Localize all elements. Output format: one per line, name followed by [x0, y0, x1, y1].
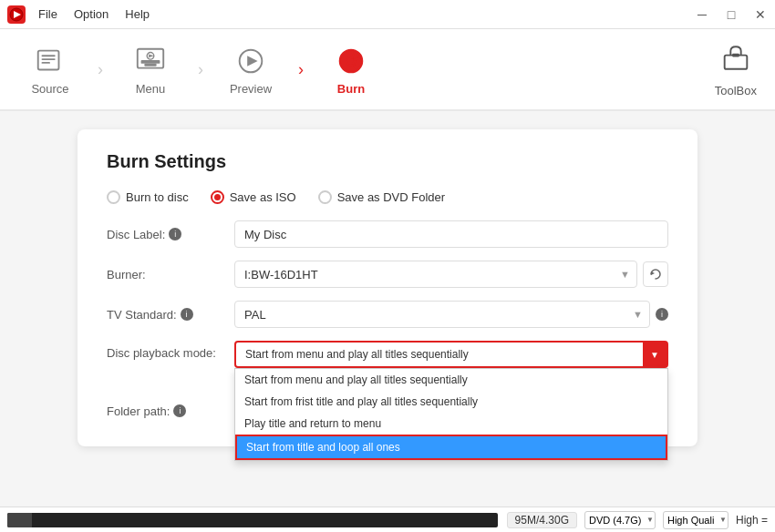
tv-standard-info-icon-right[interactable]: i	[656, 308, 668, 321]
maximize-button[interactable]: □	[717, 0, 746, 29]
menu-icon	[133, 44, 168, 78]
menu-label: Menu	[136, 82, 166, 96]
close-button[interactable]: ✕	[746, 0, 775, 29]
disc-label-info-icon[interactable]: i	[169, 228, 181, 240]
burner-select[interactable]: I:BW-16D1HT	[234, 261, 637, 288]
burn-icon	[334, 44, 368, 78]
status-right: 95M/4.30G DVD (4.7G) DVD (8.5G) ▼ High Q…	[507, 511, 768, 529]
tv-standard-label: TV Standard: i	[107, 308, 234, 322]
radio-label-burn-disc: Burn to disc	[126, 190, 189, 204]
radio-dot-save-iso	[214, 194, 221, 200]
radio-row: Burn to disc Save as ISO Save as DVD Fol…	[107, 190, 668, 204]
radio-label-save-dvd: Save as DVD Folder	[337, 190, 446, 204]
source-label: Source	[31, 82, 68, 96]
nav-menu[interactable]: Menu	[109, 33, 191, 106]
settings-card: Burn Settings Burn to disc Save as ISO S…	[78, 129, 698, 446]
file-menu[interactable]: File	[31, 5, 65, 23]
disc-playback-row: Disc playback mode: Start from menu and …	[107, 341, 668, 368]
nav-toolbox[interactable]: ToolBox	[715, 42, 757, 97]
svg-rect-3	[42, 55, 56, 56]
quality-select[interactable]: High Quali Medium Low	[663, 511, 728, 529]
disc-label-label: Disc Label: i	[107, 228, 234, 241]
svg-marker-12	[247, 56, 257, 66]
nav-source[interactable]: Source	[9, 33, 91, 106]
main-content: Burn Settings Burn to disc Save as ISO S…	[0, 111, 775, 506]
minimize-button[interactable]: ─	[687, 0, 717, 29]
help-menu[interactable]: Help	[118, 5, 157, 23]
quality-select-wrap: High Quali Medium Low ▼	[663, 511, 728, 529]
preview-label: Preview	[230, 82, 272, 96]
status-bar: 95M/4.30G DVD (4.7G) DVD (8.5G) ▼ High Q…	[0, 506, 775, 532]
disc-type-select-wrap: DVD (4.7G) DVD (8.5G) ▼	[584, 511, 656, 529]
nav-bar: Source › Menu ›	[0, 29, 775, 111]
svg-rect-5	[42, 61, 50, 63]
svg-rect-8	[144, 63, 156, 66]
disc-playback-trigger[interactable]: Start from menu and play all titles sequ…	[234, 341, 668, 368]
radio-save-iso[interactable]: Save as ISO	[211, 190, 296, 204]
radio-circle-save-dvd	[318, 190, 332, 204]
file-size-badge: 95M/4.30G	[507, 512, 577, 528]
nav-items: Source › Menu ›	[9, 29, 392, 109]
disc-playback-list: Start from menu and play all titles sequ…	[234, 368, 668, 461]
tv-standard-info-icon[interactable]: i	[181, 308, 193, 321]
disc-label-row: Disc Label: i	[107, 220, 668, 248]
radio-circle-save-iso	[211, 190, 224, 204]
playback-option-1[interactable]: Start from frist title and play all titl…	[235, 391, 667, 413]
burn-label: Burn	[337, 82, 365, 96]
burner-label: Burner:	[107, 268, 234, 281]
svg-rect-2	[38, 50, 59, 69]
toolbox-label: ToolBox	[715, 84, 757, 97]
app-logo	[7, 5, 26, 24]
nav-arrow-1: ›	[91, 33, 109, 106]
svg-rect-16	[732, 54, 739, 57]
disc-type-select[interactable]: DVD (4.7G) DVD (8.5G)	[584, 511, 656, 529]
folder-path-label: Folder path: i	[107, 404, 234, 418]
folder-path-info-icon[interactable]: i	[173, 404, 186, 417]
svg-marker-17	[651, 271, 655, 275]
nav-preview[interactable]: Preview	[210, 33, 292, 106]
disc-label-input[interactable]	[234, 220, 668, 248]
disc-playback-current: Start from menu and play all titles sequ…	[245, 348, 641, 361]
radio-burn-disc[interactable]: Burn to disc	[107, 190, 189, 204]
burner-refresh-button[interactable]	[643, 261, 668, 287]
burner-row: Burner: I:BW-16D1HT ▼	[107, 261, 668, 288]
svg-rect-4	[42, 58, 56, 60]
nav-arrow-3: ›	[292, 33, 310, 106]
status-progress-area	[7, 513, 498, 527]
menu-bar: File Option Help	[31, 5, 157, 23]
high-label: High =	[736, 514, 768, 527]
radio-save-dvd[interactable]: Save as DVD Folder	[318, 190, 446, 204]
option-menu[interactable]: Option	[67, 5, 116, 23]
nav-arrow-2: ›	[191, 33, 210, 106]
svg-rect-7	[141, 60, 160, 64]
window-controls: ─ □ ✕	[687, 0, 775, 29]
settings-title: Burn Settings	[107, 151, 668, 172]
playback-option-2[interactable]: Play title and return to menu	[235, 413, 667, 435]
disc-playback-dropdown[interactable]: Start from menu and play all titles sequ…	[234, 341, 668, 368]
svg-rect-15	[725, 56, 748, 69]
toolbox-icon	[719, 42, 752, 80]
nav-burn[interactable]: Burn	[310, 33, 392, 106]
tv-standard-row: TV Standard: i PAL NTSC ▼ i	[107, 301, 668, 328]
radio-circle-burn-disc	[107, 190, 120, 204]
radio-label-save-iso: Save as ISO	[230, 190, 296, 204]
playback-option-0[interactable]: Start from menu and play all titles sequ…	[235, 369, 667, 391]
disc-playback-label: Disc playback mode:	[107, 341, 234, 360]
status-progress-fill	[7, 513, 32, 527]
tv-standard-select[interactable]: PAL NTSC	[234, 301, 650, 328]
preview-icon	[233, 44, 268, 78]
playback-option-3[interactable]: Start from title and loop all ones	[235, 435, 667, 460]
source-icon	[33, 44, 67, 78]
disc-playback-arrow: ▼	[643, 343, 666, 366]
title-bar: File Option Help ─ □ ✕	[0, 0, 775, 29]
